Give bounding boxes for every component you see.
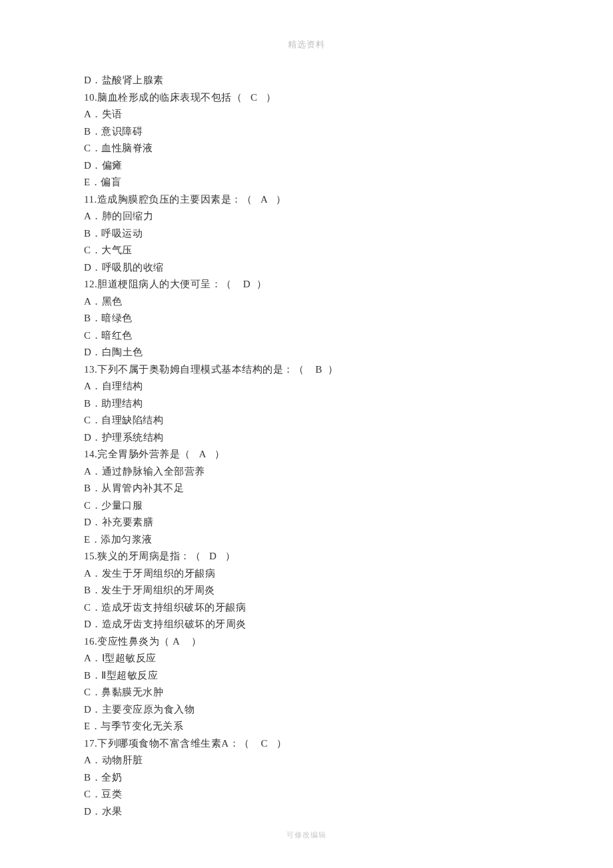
text-line: B．暗绿色 [84,310,537,327]
text-line: D．补充要素膳 [84,514,537,531]
text-line: D．白陶土色 [84,344,537,361]
page-header: 精选资料 [0,39,613,51]
text-line: C．大气压 [84,242,537,259]
text-line: C．血性脑脊液 [84,140,537,157]
text-line: C．造成牙齿支持组织破坏的牙龈病 [84,599,537,617]
text-line: A．动物肝脏 [84,752,537,769]
text-line: B．全奶 [84,769,537,787]
document-body: D．盐酸肾上腺素 10.脑血栓形成的临床表现不包括（ C ） A．失语 B．意识… [84,72,537,820]
text-line: B．呼吸运动 [84,225,537,243]
text-line: 14.完全胃肠外营养是（ A ） [84,446,537,463]
text-line: A．通过静脉输入全部营养 [84,463,537,481]
text-line: D．水果 [84,803,537,821]
text-line: D．造成牙齿支持组织破坏的牙周炎 [84,616,537,633]
text-line: E．添加匀浆液 [84,531,537,549]
text-line: D．偏瘫 [84,157,537,175]
text-line: C．少量口服 [84,497,537,515]
text-line: 17.下列哪项食物不富含维生素A：（ C ） [84,735,537,753]
text-line: B．意识障碍 [84,123,537,141]
text-line: C．自理缺陷结构 [84,412,537,429]
text-line: A．肺的回缩力 [84,208,537,225]
text-line: B．发生于牙周组织的牙周炎 [84,582,537,599]
text-line: A．自理结构 [84,378,537,395]
text-line: B．Ⅱ型超敏反应 [84,667,537,685]
text-line: 16.变应性鼻炎为（ A ） [84,633,537,651]
text-line: 12.胆道梗阻病人的大便可呈：（ D ） [84,276,537,293]
text-line: 15.狭义的牙周病是指：（ D ） [84,548,537,565]
text-line: A．Ⅰ型超敏反应 [84,650,537,667]
text-line: E．与季节变化无关系 [84,718,537,735]
text-line: 10.脑血栓形成的临床表现不包括（ C ） [84,89,537,107]
text-line: D．呼吸肌的收缩 [84,259,537,277]
text-line: D．盐酸肾上腺素 [84,72,537,89]
text-line: E．偏盲 [84,174,537,191]
text-line: A．黑色 [84,293,537,311]
text-line: A．失语 [84,106,537,123]
text-line: 13.下列不属于奥勒姆自理模式基本结构的是：（ B ） [84,361,537,379]
text-line: C．豆类 [84,786,537,803]
text-line: B．助理结构 [84,395,537,413]
text-line: D．护理系统结构 [84,429,537,447]
text-line: A．发生于牙周组织的牙龈病 [84,565,537,583]
text-line: C．暗红色 [84,327,537,345]
text-line: B．从胃管内补其不足 [84,480,537,497]
text-line: 11.造成胸膜腔负压的主要因素是：（ A ） [84,191,537,209]
page-footer: 可修改编辑 [0,830,613,840]
text-line: D．主要变应原为食入物 [84,701,537,719]
text-line: C．鼻黏膜无水肿 [84,684,537,701]
